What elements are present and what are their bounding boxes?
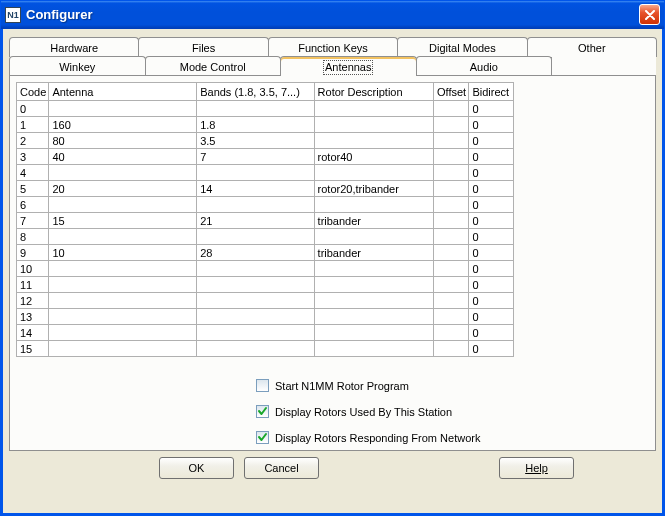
cell-rotor[interactable] (314, 261, 433, 277)
tab-other[interactable]: Other (527, 37, 657, 57)
check-display-used-label[interactable]: Display Rotors Used By This Station (275, 406, 452, 418)
cell-bidirect[interactable]: 0 (469, 213, 514, 229)
header-antenna[interactable]: Antenna (49, 83, 197, 101)
cell-offset[interactable] (434, 277, 469, 293)
cell-antenna[interactable] (49, 165, 197, 181)
check-display-network[interactable] (256, 431, 269, 444)
cell-antenna[interactable] (49, 277, 197, 293)
cell-offset[interactable] (434, 149, 469, 165)
cell-bands[interactable]: 7 (197, 149, 314, 165)
cell-offset[interactable] (434, 213, 469, 229)
cell-rotor[interactable]: tribander (314, 213, 433, 229)
cell-bands[interactable] (197, 293, 314, 309)
cell-bidirect[interactable]: 0 (469, 325, 514, 341)
cell-bands[interactable] (197, 229, 314, 245)
tab-hardware[interactable]: Hardware (9, 37, 139, 57)
cell-antenna[interactable] (49, 293, 197, 309)
cell-bidirect[interactable]: 0 (469, 245, 514, 261)
ok-button[interactable]: OK (159, 457, 234, 479)
cell-bidirect[interactable]: 0 (469, 133, 514, 149)
cell-bands[interactable]: 1.8 (197, 117, 314, 133)
header-offset[interactable]: Offset (434, 83, 469, 101)
cell-rotor[interactable] (314, 293, 433, 309)
cell-offset[interactable] (434, 133, 469, 149)
tab-antennas[interactable]: Antennas (280, 56, 417, 76)
cell-rotor[interactable]: rotor20,tribander (314, 181, 433, 197)
cell-code[interactable]: 9 (17, 245, 49, 261)
cell-bidirect[interactable]: 0 (469, 101, 514, 117)
cell-bidirect[interactable]: 0 (469, 341, 514, 357)
cell-bands[interactable] (197, 197, 314, 213)
cell-antenna[interactable]: 40 (49, 149, 197, 165)
cell-rotor[interactable] (314, 341, 433, 357)
cell-bands[interactable]: 28 (197, 245, 314, 261)
cell-offset[interactable] (434, 117, 469, 133)
cell-bidirect[interactable]: 0 (469, 261, 514, 277)
cell-bidirect[interactable]: 0 (469, 229, 514, 245)
header-code[interactable]: Code (17, 83, 49, 101)
antennas-table[interactable]: Code Antenna Bands (1.8, 3.5, 7...) Roto… (16, 82, 514, 357)
cell-code[interactable]: 8 (17, 229, 49, 245)
cell-code[interactable]: 7 (17, 213, 49, 229)
cell-offset[interactable] (434, 309, 469, 325)
cell-code[interactable]: 12 (17, 293, 49, 309)
help-button[interactable]: Help (499, 457, 574, 479)
cell-offset[interactable] (434, 181, 469, 197)
cell-bands[interactable] (197, 165, 314, 181)
cell-offset[interactable] (434, 293, 469, 309)
close-button[interactable] (639, 4, 660, 25)
cell-offset[interactable] (434, 325, 469, 341)
cell-code[interactable]: 15 (17, 341, 49, 357)
cancel-button[interactable]: Cancel (244, 457, 319, 479)
cell-code[interactable]: 4 (17, 165, 49, 181)
header-rotor[interactable]: Rotor Description (314, 83, 433, 101)
cell-code[interactable]: 6 (17, 197, 49, 213)
tab-function-keys[interactable]: Function Keys (268, 37, 398, 57)
cell-rotor[interactable] (314, 133, 433, 149)
cell-antenna[interactable] (49, 101, 197, 117)
cell-rotor[interactable] (314, 101, 433, 117)
cell-antenna[interactable]: 80 (49, 133, 197, 149)
cell-rotor[interactable] (314, 117, 433, 133)
cell-code[interactable]: 13 (17, 309, 49, 325)
cell-offset[interactable] (434, 197, 469, 213)
cell-bidirect[interactable]: 0 (469, 197, 514, 213)
cell-antenna[interactable] (49, 229, 197, 245)
cell-rotor[interactable] (314, 309, 433, 325)
tab-digital-modes[interactable]: Digital Modes (397, 37, 527, 57)
cell-rotor[interactable] (314, 325, 433, 341)
cell-bidirect[interactable]: 0 (469, 181, 514, 197)
cell-code[interactable]: 11 (17, 277, 49, 293)
cell-bands[interactable]: 3.5 (197, 133, 314, 149)
check-display-used[interactable] (256, 405, 269, 418)
cell-rotor[interactable] (314, 197, 433, 213)
cell-antenna[interactable] (49, 261, 197, 277)
cell-bidirect[interactable]: 0 (469, 117, 514, 133)
cell-rotor[interactable] (314, 277, 433, 293)
cell-bands[interactable] (197, 101, 314, 117)
cell-bidirect[interactable]: 0 (469, 277, 514, 293)
cell-bands[interactable] (197, 277, 314, 293)
cell-bidirect[interactable]: 0 (469, 165, 514, 181)
cell-antenna[interactable] (49, 325, 197, 341)
cell-offset[interactable] (434, 165, 469, 181)
cell-bands[interactable]: 21 (197, 213, 314, 229)
cell-bidirect[interactable]: 0 (469, 293, 514, 309)
cell-antenna[interactable] (49, 197, 197, 213)
cell-offset[interactable] (434, 101, 469, 117)
cell-bands[interactable] (197, 325, 314, 341)
cell-bidirect[interactable]: 0 (469, 149, 514, 165)
cell-bands[interactable] (197, 341, 314, 357)
cell-code[interactable]: 3 (17, 149, 49, 165)
header-bidirect[interactable]: Bidirect (469, 83, 514, 101)
cell-code[interactable]: 1 (17, 117, 49, 133)
cell-antenna[interactable] (49, 309, 197, 325)
cell-bands[interactable] (197, 261, 314, 277)
cell-offset[interactable] (434, 229, 469, 245)
cell-code[interactable]: 14 (17, 325, 49, 341)
cell-bidirect[interactable]: 0 (469, 309, 514, 325)
cell-antenna[interactable]: 15 (49, 213, 197, 229)
cell-antenna[interactable]: 160 (49, 117, 197, 133)
tab-winkey[interactable]: Winkey (9, 56, 146, 76)
cell-antenna[interactable]: 10 (49, 245, 197, 261)
